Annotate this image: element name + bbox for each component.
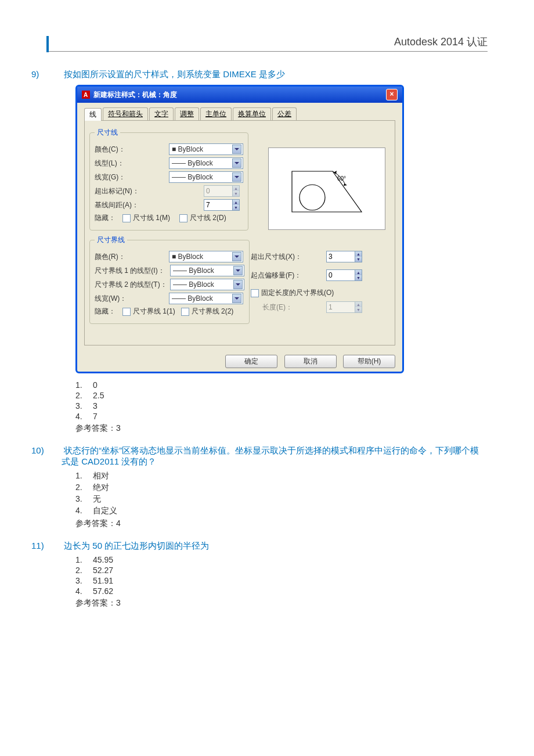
lbl-lweight-g: 线宽(G)： (95, 172, 169, 182)
lbl-hide2: 隐藏： (95, 307, 122, 316)
combo-ext1-ltype[interactable]: —— ByBlock (170, 265, 244, 276)
ck-fixed-len[interactable]: 固定长度的尺寸界线(O) (251, 288, 334, 298)
lbl-offset: 起点偏移量(F)： (251, 271, 326, 280)
q11-opt-4: 4.57.62 (75, 586, 488, 596)
q9-answer: 参考答案：3 (75, 423, 488, 434)
lbl-ltype-l: 线型(L)： (95, 159, 169, 168)
question-11: 11) 边长为 50 的正七边形内切圆的半径为 (62, 541, 488, 552)
legend-ext-line: 尺寸界线 (95, 235, 127, 245)
lbl-ext-mark: 超出标记(N)： (95, 186, 169, 196)
q9-opt-2: 2.2.5 (75, 391, 488, 400)
q11-answer: 参考答案：3 (75, 598, 488, 609)
dim-style-dialog: A 新建标注样式：机械：角度 × 线 符号和箭头 文字 调整 主单位 换算单位 … (75, 85, 404, 373)
tab-arrows[interactable]: 符号和箭头 (103, 107, 148, 120)
combo-color-c[interactable]: ■ ByBlock (169, 143, 243, 155)
spin-offset[interactable]: ▲▼ (326, 269, 362, 281)
lbl-ext1-ltype: 尺寸界线 1 的线型(I)： (95, 266, 170, 276)
q11-opt-1: 1.45.95 (75, 555, 488, 564)
document-page: Autodesk 2014 认证 9) 按如图所示设置的尺寸样式，则系统变量 D… (0, 0, 534, 756)
q10-text: 状态行的“坐标”区将动态地显示当前坐标值。坐标显示取决于所选择的模式和程序中运行… (62, 445, 479, 466)
lbl-length: 长度(E)： (262, 303, 326, 312)
dialog-buttons: 确定 取消 帮助(H) (77, 351, 402, 372)
help-button[interactable]: 帮助(H) (343, 355, 395, 368)
q9-opt-3: 3.3 (75, 401, 488, 411)
q11-opt-2: 2.52.27 (75, 566, 488, 575)
q10-opt-4: 4.自定义 (75, 506, 488, 516)
ck-el1[interactable]: 尺寸界线 1(1) (122, 307, 175, 316)
question-10: 10) 状态行的“坐标”区将动态地显示当前坐标值。坐标显示取决于所选择的模式和程… (62, 445, 488, 467)
dim-preview: 60° (268, 147, 385, 230)
spin-base-gap[interactable]: ▲▼ (204, 199, 240, 211)
lbl-ext2-ltype: 尺寸界线 2 的线型(T)： (95, 280, 170, 290)
combo-lweight-w[interactable]: —— ByBlock (169, 293, 243, 304)
ext-line-right: 超出尺寸线(X)： ▲▼ 起点偏移量(F)： ▲▼ 固定长度的尺寸界线(O) 长… (251, 249, 395, 315)
tab-lines[interactable]: 线 (84, 108, 102, 121)
ck-dl2[interactable]: 尺寸线 2(D) (179, 213, 226, 223)
q10-answer: 参考答案：4 (75, 519, 488, 529)
svg-text:A: A (84, 92, 88, 98)
q11-options: 1.45.95 2.52.27 3.51.91 4.57.62 (75, 555, 488, 596)
tab-text[interactable]: 文字 (149, 107, 174, 120)
q10-options: 1.相对 2.绝对 3.无 4.自定义 (75, 471, 488, 516)
header-accent (46, 36, 49, 52)
dialog-body: 线 符号和箭头 文字 调整 主单位 换算单位 公差 60° (77, 103, 402, 351)
dialog-title-bar: A 新建标注样式：机械：角度 × (77, 87, 402, 103)
q11-opt-3: 3.51.91 (75, 576, 488, 585)
tab-primary[interactable]: 主单位 (200, 107, 232, 120)
spin-ext-mark[interactable]: ▲▼ (204, 185, 240, 197)
question-9: 9) 按如图所示设置的尺寸样式，则系统变量 DIMEXE 是多少 (62, 69, 488, 80)
ck-el2[interactable]: 尺寸界线 2(2) (181, 307, 234, 316)
q9-opt-1: 1.0 (75, 380, 488, 390)
group-ext-line: 尺寸界线 颜色(R)： ■ ByBlock 尺寸界线 1 的线型(I)： —— … (89, 235, 250, 324)
combo-lweight-g[interactable]: —— ByBlock (169, 171, 243, 183)
lbl-ext-beyond: 超出尺寸线(X)： (251, 252, 326, 262)
ok-button[interactable]: 确定 (225, 355, 277, 368)
app-icon: A (82, 91, 90, 99)
q10-opt-3: 3.无 (75, 494, 488, 505)
legend-dim-line: 尺寸线 (95, 128, 120, 138)
q9-opt-4: 4.7 (75, 412, 488, 421)
q10-opt-1: 1.相对 (75, 471, 488, 481)
spin-ext-beyond[interactable]: ▲▼ (326, 251, 362, 262)
q11-text: 边长为 50 的正七边形内切圆的半径为 (64, 541, 209, 550)
q11-number: 11) (46, 541, 62, 550)
lbl-color-r: 颜色(R)： (95, 252, 169, 262)
close-button[interactable]: × (386, 89, 398, 100)
spin-length[interactable]: ▲▼ (326, 301, 362, 313)
q9-text: 按如图所示设置的尺寸样式，则系统变量 DIMEXE 是多少 (64, 69, 285, 79)
q10-number: 10) (46, 445, 62, 455)
q9-number: 9) (46, 69, 62, 79)
tab-tol[interactable]: 公差 (272, 107, 297, 120)
lbl-lweight-w: 线宽(W)： (95, 294, 169, 304)
q9-options: 1.0 2.2.5 3.3 4.7 (75, 380, 488, 421)
combo-ext2-ltype[interactable]: —— ByBlock (170, 279, 244, 290)
tab-strip: 线 符号和箭头 文字 调整 主单位 换算单位 公差 (84, 107, 395, 121)
svg-point-2 (300, 185, 325, 210)
page-header: Autodesk 2014 认证 (46, 35, 488, 52)
dialog-title: 新建标注样式：机械：角度 (93, 90, 177, 100)
combo-color-r[interactable]: ■ ByBlock (169, 251, 243, 262)
cancel-button[interactable]: 取消 (284, 355, 337, 368)
lbl-hide1: 隐藏： (95, 213, 122, 223)
tab-alt[interactable]: 换算单位 (233, 107, 271, 120)
tab-panel-lines: 60° 尺寸线 颜色(C)： ■ ByBlock 线型(L)： —— ByBlo… (84, 121, 395, 345)
ck-dl1[interactable]: 尺寸线 1(M) (122, 213, 170, 223)
combo-ltype-l[interactable]: —— ByBlock (169, 157, 243, 169)
q10-opt-2: 2.绝对 (75, 483, 488, 493)
lbl-color-c: 颜色(C)： (95, 145, 169, 154)
tab-fit[interactable]: 调整 (175, 107, 199, 120)
lbl-base-gap: 基线间距(A)： (95, 200, 169, 210)
group-dim-line: 尺寸线 颜色(C)： ■ ByBlock 线型(L)： —— ByBlock 线… (89, 128, 248, 231)
preview-angle-label: 60° (337, 175, 346, 182)
